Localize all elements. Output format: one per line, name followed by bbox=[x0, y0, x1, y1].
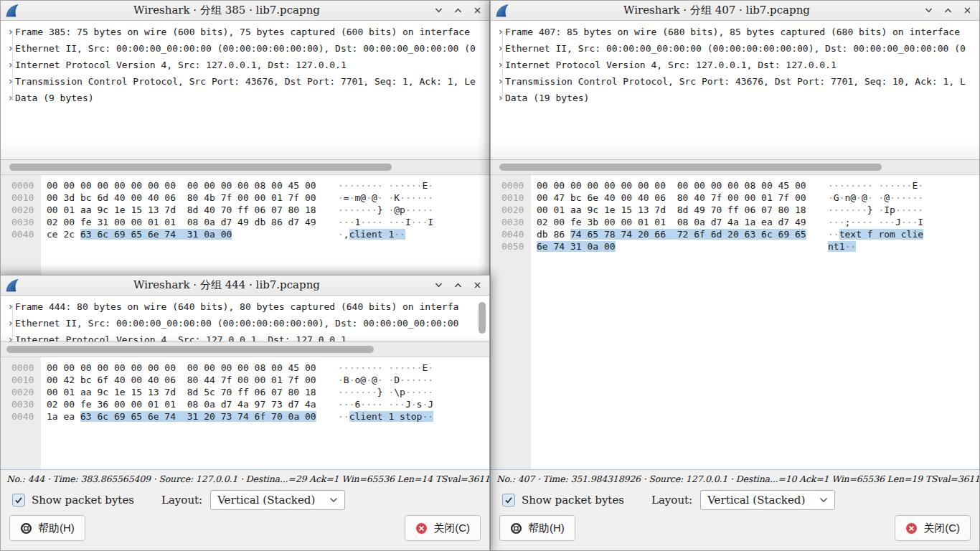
hex-row[interactable]: 000000 00 00 00 00 00 00 00 00 00 00 00 … bbox=[1, 362, 489, 374]
hex-row[interactable]: 003002 00 fe 3b 00 00 01 01 08 0a d7 4a … bbox=[491, 216, 979, 228]
hex-bytes[interactable]: 00 01 aa 9c 1e 15 13 7d 8d 49 70 ff 06 0… bbox=[531, 204, 828, 216]
hex-bytes[interactable]: 00 3d bc 6d 40 00 40 06 80 4b 7f 00 00 0… bbox=[41, 192, 338, 204]
hex-ascii[interactable]: ·G·n@·@· ·@······ bbox=[828, 192, 923, 204]
expander-chevron-icon[interactable]: › bbox=[491, 73, 505, 90]
layout-dropdown[interactable]: Vertical (Stacked) bbox=[700, 490, 835, 510]
minimize-button[interactable] bbox=[433, 281, 443, 291]
hex-row[interactable]: 00401a ea 63 6c 69 65 6e 74 31 20 73 74 … bbox=[1, 410, 489, 423]
hex-bytes[interactable]: ce 2c 63 6c 69 65 6e 74 31 0a 00 bbox=[41, 228, 338, 240]
expander-chevron-icon[interactable]: › bbox=[1, 73, 15, 90]
hex-ascii[interactable]: ··text f rom clie bbox=[828, 228, 923, 240]
tree-row[interactable]: ›Frame 407: 85 bytes on wire (680 bits),… bbox=[491, 24, 979, 40]
tree-row[interactable]: ›Internet Protocol Version 4, Src: 127.0… bbox=[1, 57, 489, 73]
show-packet-bytes-checkbox[interactable] bbox=[502, 494, 515, 507]
close-window-button[interactable] bbox=[472, 6, 482, 16]
hex-row[interactable]: 002000 01 aa 9c 1e 15 13 7d 8d 5c 70 ff … bbox=[1, 386, 489, 398]
hex-row[interactable]: 000000 00 00 00 00 00 00 00 00 00 00 00 … bbox=[1, 179, 489, 192]
expander-chevron-icon[interactable]: › bbox=[491, 40, 505, 57]
tree-row[interactable]: ›Transmission Control Protocol, Src Port… bbox=[1, 73, 489, 90]
hex-ascii[interactable]: ·······} ·\p····· bbox=[338, 386, 433, 398]
hex-bytes[interactable]: 00 47 bc 6e 40 00 40 06 80 40 7f 00 00 0… bbox=[531, 192, 828, 204]
hex-ascii[interactable]: ···1···· ···I···I bbox=[338, 216, 433, 228]
hex-row[interactable]: 002000 01 aa 9c 1e 15 13 7d 8d 49 70 ff … bbox=[491, 204, 979, 216]
hex-row[interactable]: 00506e 74 31 0a 00nt1·· bbox=[491, 240, 979, 253]
minimize-button[interactable] bbox=[433, 6, 443, 16]
show-packet-bytes-checkbox[interactable] bbox=[12, 494, 25, 507]
hex-row[interactable]: 0040ce 2c 63 6c 69 65 6e 74 31 0a 00·,cl… bbox=[1, 228, 489, 240]
tree-row[interactable]: ›Data (9 bytes) bbox=[1, 90, 489, 106]
expander-chevron-icon[interactable]: › bbox=[1, 90, 15, 106]
hex-ascii[interactable]: ·B·o@·@· ·D······ bbox=[338, 374, 433, 386]
hex-ascii[interactable]: nt1·· bbox=[828, 240, 856, 253]
expander-chevron-icon[interactable]: › bbox=[491, 90, 505, 106]
vertical-scrollbar-thumb[interactable] bbox=[479, 302, 486, 334]
close-window-button[interactable] bbox=[962, 6, 972, 16]
horizontal-scrollbar-thumb[interactable] bbox=[499, 164, 882, 171]
hex-row[interactable]: 001000 42 bc 6f 40 00 40 06 80 44 7f 00 … bbox=[1, 374, 489, 386]
hex-row[interactable]: 001000 47 bc 6e 40 00 40 06 80 40 7f 00 … bbox=[491, 192, 979, 204]
close-button[interactable]: 关闭(C) bbox=[405, 515, 481, 541]
title-bar[interactable]: Wireshark · 分组 407 · lib7.pcapng bbox=[491, 1, 979, 21]
help-button[interactable]: 帮助(H) bbox=[9, 515, 85, 541]
tree-row[interactable]: ›Transmission Control Protocol, Src Port… bbox=[491, 73, 979, 90]
expander-chevron-icon[interactable]: › bbox=[491, 57, 505, 73]
hex-bytes[interactable]: 00 01 aa 9c 1e 15 13 7d 8d 5c 70 ff 06 0… bbox=[41, 386, 338, 398]
close-button[interactable]: 关闭(C) bbox=[895, 515, 971, 541]
hex-bytes[interactable]: 02 00 fe 36 00 00 01 01 08 0a d7 4a 97 7… bbox=[41, 398, 338, 410]
hex-bytes[interactable]: 00 01 aa 9c 1e 15 13 7d 8d 40 70 ff 06 0… bbox=[41, 204, 338, 216]
expander-chevron-icon[interactable]: › bbox=[1, 40, 15, 57]
expander-chevron-icon[interactable]: › bbox=[1, 298, 15, 315]
expander-chevron-icon[interactable]: › bbox=[491, 24, 505, 40]
hex-bytes[interactable]: 02 00 fe 31 00 00 01 01 08 0a d7 49 db 8… bbox=[41, 216, 338, 228]
tree-row[interactable]: ›Ethernet II, Src: 00:00:00_00:00:00 (00… bbox=[491, 40, 979, 57]
expander-chevron-icon[interactable]: › bbox=[1, 24, 15, 40]
hex-bytes[interactable]: 6e 74 31 0a 00 bbox=[531, 240, 828, 253]
chevron-down-icon bbox=[434, 6, 443, 15]
expander-chevron-icon[interactable]: › bbox=[1, 331, 15, 342]
hex-ascii[interactable]: ········ ······E· bbox=[828, 179, 923, 192]
hex-row[interactable]: 002000 01 aa 9c 1e 15 13 7d 8d 40 70 ff … bbox=[1, 204, 489, 216]
maximize-button[interactable] bbox=[943, 6, 953, 16]
maximize-button[interactable] bbox=[453, 281, 463, 291]
hex-ascii[interactable]: ···6···· ···J·s·J bbox=[338, 398, 433, 410]
tree-row[interactable]: ›Internet Protocol Version 4, Src: 127.0… bbox=[491, 57, 979, 73]
tree-row[interactable]: ›Internet Protocol Version 4, Src: 127.0… bbox=[1, 331, 489, 342]
tree-row[interactable]: ›Frame 385: 75 bytes on wire (600 bits),… bbox=[1, 24, 489, 40]
hex-bytes[interactable]: 00 00 00 00 00 00 00 00 00 00 00 00 08 0… bbox=[531, 179, 828, 192]
hex-ascii[interactable]: ··client 1 stop·· bbox=[338, 410, 433, 423]
close-window-button[interactable] bbox=[472, 281, 482, 291]
hex-ascii[interactable]: ·=·m@·@· ·K······ bbox=[338, 192, 433, 204]
tree-row[interactable]: ›Ethernet II, Src: 00:00:00_00:00:00 (00… bbox=[1, 40, 489, 57]
hex-bytes[interactable]: db 86 74 65 78 74 20 66 72 6f 6d 20 63 6… bbox=[531, 228, 828, 240]
minimize-button[interactable] bbox=[923, 6, 933, 16]
tree-row[interactable]: ›Ethernet II, Src: 00:00:00_00:00:00 (00… bbox=[1, 315, 489, 331]
expander-chevron-icon[interactable]: › bbox=[1, 315, 15, 331]
hex-ascii[interactable]: ·······} ·@p····· bbox=[338, 204, 433, 216]
layout-dropdown[interactable]: Vertical (Stacked) bbox=[210, 490, 345, 510]
hex-ascii[interactable]: ·,client 1·· bbox=[338, 228, 405, 240]
hex-bytes[interactable]: 02 00 fe 3b 00 00 01 01 08 0a d7 4a 1a e… bbox=[531, 216, 828, 228]
hex-bytes[interactable]: 00 00 00 00 00 00 00 00 00 00 00 00 08 0… bbox=[41, 179, 338, 192]
hex-bytes[interactable]: 00 00 00 00 00 00 00 00 00 00 00 00 08 0… bbox=[41, 362, 338, 374]
help-button[interactable]: 帮助(H) bbox=[499, 515, 575, 541]
hex-ascii[interactable]: ···;···· ···J···I bbox=[828, 216, 923, 228]
tree-row[interactable]: ›Data (19 bytes) bbox=[491, 90, 979, 106]
maximize-button[interactable] bbox=[453, 6, 463, 16]
hex-offset: 0020 bbox=[491, 204, 531, 216]
title-bar[interactable]: Wireshark · 分组 385 · lib7.pcapng bbox=[1, 1, 489, 21]
hex-ascii[interactable]: ········ ······E· bbox=[338, 179, 433, 192]
title-bar[interactable]: Wireshark · 分组 444 · lib7.pcapng bbox=[1, 276, 489, 296]
hex-bytes[interactable]: 1a ea 63 6c 69 65 6e 74 31 20 73 74 6f 7… bbox=[41, 410, 338, 423]
hex-bytes[interactable]: 00 42 bc 6f 40 00 40 06 80 44 7f 00 00 0… bbox=[41, 374, 338, 386]
hex-row[interactable]: 003002 00 fe 31 00 00 01 01 08 0a d7 49 … bbox=[1, 216, 489, 228]
hex-ascii[interactable]: ·······} ·Ip····· bbox=[828, 204, 923, 216]
hex-row[interactable]: 0040db 86 74 65 78 74 20 66 72 6f 6d 20 … bbox=[491, 228, 979, 240]
hex-row[interactable]: 001000 3d bc 6d 40 00 40 06 80 4b 7f 00 … bbox=[1, 192, 489, 204]
hex-row[interactable]: 003002 00 fe 36 00 00 01 01 08 0a d7 4a … bbox=[1, 398, 489, 410]
hex-ascii[interactable]: ········ ······E· bbox=[338, 362, 433, 374]
horizontal-scrollbar-thumb[interactable] bbox=[9, 164, 392, 171]
expander-chevron-icon[interactable]: › bbox=[1, 57, 15, 73]
horizontal-scrollbar-thumb[interactable] bbox=[6, 346, 374, 353]
hex-row[interactable]: 000000 00 00 00 00 00 00 00 00 00 00 00 … bbox=[491, 179, 979, 192]
tree-row[interactable]: ›Frame 444: 80 bytes on wire (640 bits),… bbox=[1, 298, 489, 315]
